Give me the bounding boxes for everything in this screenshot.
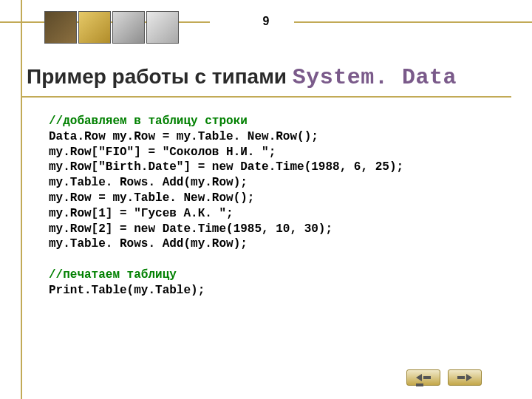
side-rule bbox=[21, 0, 22, 399]
square-1 bbox=[44, 11, 77, 44]
prev-button[interactable] bbox=[406, 369, 440, 386]
nav-buttons bbox=[406, 369, 482, 386]
code-comment-2: //печатаем таблицу bbox=[49, 268, 177, 282]
square-2 bbox=[78, 11, 111, 44]
next-button[interactable] bbox=[448, 369, 482, 386]
square-3 bbox=[112, 11, 145, 44]
slide-title: Пример работы с типами System. Data bbox=[27, 65, 505, 90]
arrow-shaft bbox=[457, 376, 465, 379]
arrow-shaft bbox=[423, 376, 431, 379]
arrow-right-icon bbox=[466, 374, 472, 381]
slide: 9 Пример работы с типами System. Data //… bbox=[0, 0, 532, 399]
code-block: //добавляем в таблицу строки Data.Row my… bbox=[49, 114, 502, 299]
square-4 bbox=[146, 11, 179, 44]
code-body-2: Print.Table(my.Table); bbox=[49, 284, 205, 297]
decorative-squares bbox=[44, 11, 179, 44]
title-text: Пример работы с типами bbox=[27, 65, 293, 88]
title-mono: System. Data bbox=[293, 65, 457, 90]
code-body-1: Data.Row my.Row = my.Table. New.Row(); m… bbox=[49, 130, 403, 251]
arrow-left-icon bbox=[416, 374, 422, 381]
code-comment-1: //добавляем в таблицу строки bbox=[49, 115, 248, 128]
title-underline bbox=[21, 96, 511, 98]
